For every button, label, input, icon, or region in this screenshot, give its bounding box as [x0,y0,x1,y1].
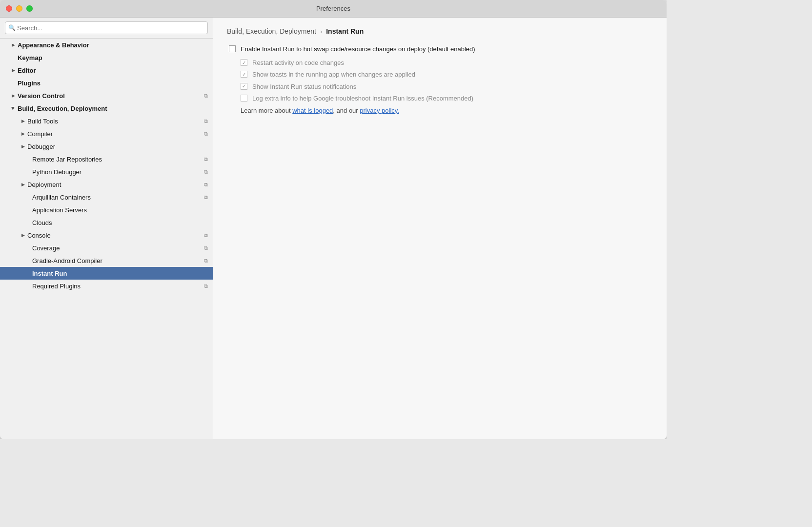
breadcrumb-parent: Build, Execution, Deployment [227,27,316,35]
sidebar-item-appearance-behavior[interactable]: ▶ Appearance & Behavior [0,39,213,51]
copy-icon: ⧉ [204,131,208,137]
breadcrumb: Build, Execution, Deployment › Instant R… [227,27,653,35]
copy-icon: ⧉ [204,194,208,201]
restart-activity-row: ✓ Restart activity on code changes [241,59,653,67]
sidebar-item-python-debugger[interactable]: ▶ Python Debugger ⧉ [0,165,213,178]
sidebar-item-deployment[interactable]: ▶ Deployment ⧉ [0,178,213,191]
log-extra-info-checkbox[interactable] [241,95,247,101]
checkmark-icon: ✓ [242,72,246,77]
traffic-lights [6,5,33,12]
sidebar-item-console[interactable]: ▶ Console ⧉ [0,229,213,242]
search-wrapper: 🔍 [5,21,208,34]
sidebar-item-label: Remote Jar Repositories [32,156,202,163]
arrow-icon: ▶ [10,105,17,112]
sidebar-item-remote-jar-repositories[interactable]: ▶ Remote Jar Repositories ⧉ [0,153,213,165]
copy-icon: ⧉ [204,169,208,175]
sidebar-item-label: Build Tools [27,118,202,125]
sidebar-item-label: Editor [18,67,208,74]
breadcrumb-current: Instant Run [326,27,364,35]
show-toasts-label: Show toasts in the running app when chan… [252,70,415,79]
show-status-notifications-checkbox[interactable]: ✓ [241,83,247,90]
arrow-icon: ▶ [20,143,26,150]
sidebar-item-label: Keymap [18,54,208,61]
sidebar-item-label: Gradle-Android Compiler [32,257,202,264]
sidebar-item-label: Debugger [27,143,208,150]
what-is-logged-link[interactable]: what is logged [292,107,333,114]
sidebar-item-coverage[interactable]: ▶ Coverage ⧉ [0,242,213,254]
sidebar-item-keymap[interactable]: ▶ Keymap [0,51,213,64]
sidebar-item-build-execution-deployment[interactable]: ▶ Build, Execution, Deployment [0,102,213,115]
copy-icon: ⧉ [204,245,208,251]
sidebar-item-required-plugins[interactable]: ▶ Required Plugins ⧉ [0,280,213,292]
sidebar-item-label: Appearance & Behavior [18,41,208,49]
enable-instant-run-label: Enable Instant Run to hot swap code/reso… [241,45,475,54]
show-status-notifications-label: Show Instant Run status notifications [252,82,356,91]
sidebar-item-gradle-android-compiler[interactable]: ▶ Gradle-Android Compiler ⧉ [0,254,213,267]
sidebar-item-label: Coverage [32,244,202,252]
sidebar-item-editor[interactable]: ▶ Editor [0,64,213,77]
preferences-window: Preferences 🔍 ▶ Appearance & Behavior ▶ … [0,0,667,439]
show-status-notifications-row: ✓ Show Instant Run status notifications [241,82,653,91]
sidebar-item-application-servers[interactable]: ▶ Application Servers [0,203,213,216]
arrow-icon: ▶ [20,232,26,239]
sidebar-item-arquillian-containers[interactable]: ▶ Arquillian Containers ⧉ [0,191,213,203]
arrow-icon: ▶ [20,181,26,188]
learn-more-middle: , and our [333,107,360,114]
sidebar-item-label: Arquillian Containers [32,194,202,201]
sidebar-item-clouds[interactable]: ▶ Clouds [0,216,213,229]
restart-activity-label: Restart activity on code changes [252,59,344,67]
sidebar-item-build-tools[interactable]: ▶ Build Tools ⧉ [0,115,213,127]
sidebar-item-label: Build, Execution, Deployment [18,105,208,112]
copy-icon: ⧉ [204,182,208,188]
arrow-icon: ▶ [10,92,17,99]
sidebar-item-label: Console [27,232,202,239]
sidebar-item-label: Required Plugins [32,283,202,290]
sidebar-item-label: Instant Run [32,270,208,277]
window-title: Preferences [316,5,350,12]
show-toasts-row: ✓ Show toasts in the running app when ch… [241,70,653,79]
titlebar: Preferences [0,0,667,18]
settings-content: Enable Instant Run to hot swap code/reso… [227,45,653,114]
sidebar-item-debugger[interactable]: ▶ Debugger [0,140,213,153]
sidebar-item-plugins[interactable]: ▶ Plugins [0,77,213,89]
arrow-icon: ▶ [10,41,17,48]
sidebar-item-label: Application Servers [32,206,208,214]
breadcrumb-separator: › [320,28,322,35]
show-toasts-checkbox[interactable]: ✓ [241,71,247,78]
minimize-button[interactable] [16,5,22,12]
sidebar-item-label: Version Control [18,92,202,100]
sidebar-item-label: Clouds [32,219,208,226]
enable-instant-run-row: Enable Instant Run to hot swap code/reso… [229,45,653,54]
search-input[interactable] [5,21,208,34]
copy-icon: ⧉ [204,118,208,124]
sidebar-item-label: Plugins [18,80,208,87]
checkmark-icon: ✓ [242,60,246,65]
sidebar-item-label: Python Debugger [32,168,202,176]
learn-more-prefix: Learn more about [241,107,292,114]
sidebar-item-compiler[interactable]: ▶ Compiler ⧉ [0,127,213,140]
sub-settings: ✓ Restart activity on code changes ✓ Sho… [229,59,653,103]
arrow-icon: ▶ [20,130,26,137]
sidebar-item-label: Deployment [27,181,202,188]
sidebar-item-instant-run[interactable]: ▶ Instant Run [0,267,213,280]
enable-instant-run-checkbox[interactable] [229,45,236,52]
main-panel: Build, Execution, Deployment › Instant R… [213,18,667,439]
sidebar-item-version-control[interactable]: ▶ Version Control ⧉ [0,89,213,102]
search-bar: 🔍 [0,18,213,39]
maximize-button[interactable] [26,5,33,12]
copy-icon: ⧉ [204,93,208,99]
close-button[interactable] [6,5,12,12]
checkmark-icon: ✓ [242,83,246,89]
copy-icon: ⧉ [204,283,208,289]
log-extra-info-label: Log extra info to help Google troublesho… [252,94,473,103]
sidebar-item-label: Compiler [27,130,202,138]
copy-icon: ⧉ [204,156,208,162]
main-content: 🔍 ▶ Appearance & Behavior ▶ Keymap ▶ Edi… [0,18,667,439]
arrow-icon: ▶ [10,67,17,74]
copy-icon: ⧉ [204,258,208,264]
learn-more: Learn more about what is logged, and our… [229,107,653,114]
search-icon: 🔍 [8,24,16,31]
privacy-policy-link[interactable]: privacy policy. [360,107,399,114]
log-extra-info-row: Log extra info to help Google troublesho… [241,94,653,103]
restart-activity-checkbox[interactable]: ✓ [241,59,247,66]
